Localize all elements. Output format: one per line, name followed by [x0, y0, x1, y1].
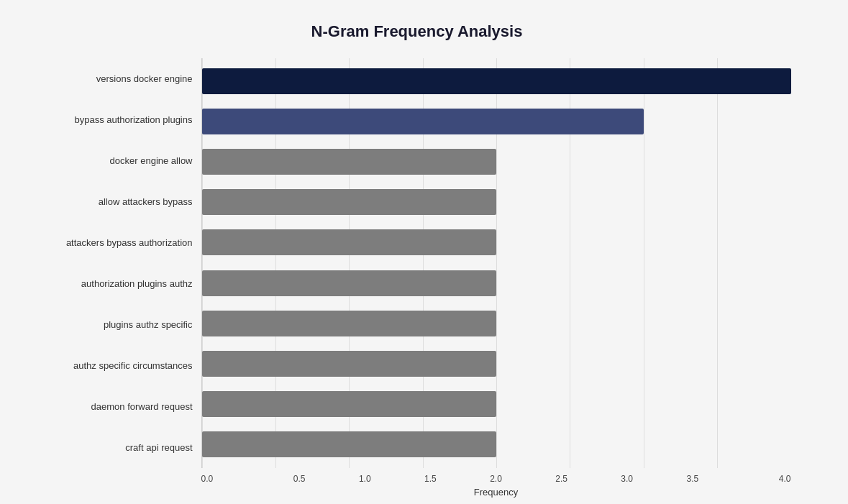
bar: [202, 391, 497, 417]
bar-row: [202, 390, 791, 418]
y-label: plugins authz specific: [43, 304, 193, 345]
x-tick: 0.0: [201, 474, 267, 484]
chart-title: N-Gram Frequency Analysis: [43, 22, 791, 41]
y-label: docker engine allow: [43, 140, 193, 181]
bar: [202, 149, 497, 175]
x-tick: 3.5: [660, 474, 725, 484]
plot-area: [201, 58, 791, 468]
bar: [202, 229, 497, 255]
y-labels: versions docker enginebypass authorizati…: [43, 58, 201, 468]
bar-row: [202, 67, 791, 96]
y-label: authz specific circumstances: [43, 345, 193, 386]
bar-row: [202, 107, 791, 136]
bar-row: [202, 269, 791, 298]
bar: [202, 109, 644, 134]
bar: [202, 68, 791, 94]
y-label: daemon forward request: [43, 386, 193, 427]
bar-row: [202, 188, 791, 216]
x-tick: 3.0: [594, 474, 660, 484]
bar-row: [202, 309, 791, 338]
bars-container: [202, 58, 791, 468]
bars-section: versions docker enginebypass authorizati…: [43, 58, 791, 468]
y-label: authorization plugins authz: [43, 263, 193, 304]
y-label: versions docker engine: [43, 58, 193, 99]
x-axis: 0.00.51.01.52.02.53.03.54.0: [201, 474, 791, 484]
chart-container: N-Gram Frequency Analysis versions docke…: [29, 8, 820, 497]
x-tick: 1.0: [332, 474, 398, 484]
bar: [202, 431, 497, 457]
y-label: craft api request: [43, 427, 193, 468]
bar: [202, 351, 497, 377]
bar: [202, 311, 497, 336]
bar: [202, 189, 497, 215]
x-tick: 1.5: [398, 474, 463, 484]
x-tick: 2.0: [463, 474, 529, 484]
x-tick: 0.5: [267, 474, 332, 484]
y-label: allow attackers bypass: [43, 181, 193, 222]
y-label: bypass authorization plugins: [43, 99, 193, 140]
chart-area: versions docker enginebypass authorizati…: [43, 58, 791, 446]
bar-row: [202, 147, 791, 176]
bar-row: [202, 430, 791, 459]
bar-row: [202, 228, 791, 257]
x-axis-label: Frequency: [201, 487, 791, 498]
x-tick: 2.5: [529, 474, 594, 484]
x-tick: 4.0: [725, 474, 790, 484]
bar-row: [202, 349, 791, 378]
y-label: attackers bypass authorization: [43, 222, 193, 263]
bar: [202, 270, 497, 296]
